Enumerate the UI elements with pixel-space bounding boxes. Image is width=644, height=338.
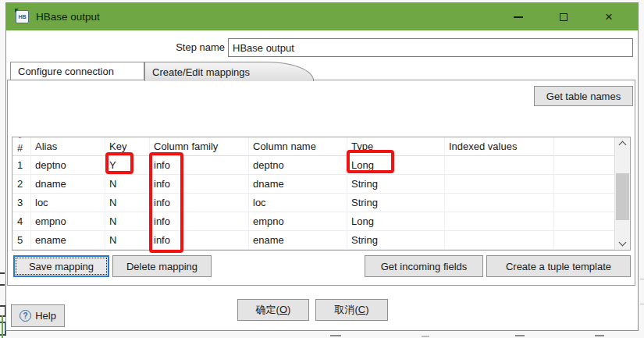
title-bar[interactable]: HB HBase output × [6,3,638,30]
tab-configure-connection[interactable]: Configure connection [10,62,144,80]
cell-alias[interactable]: loc [31,194,105,212]
cell-num: 3 [12,194,31,212]
cell-key[interactable]: N [105,212,150,231]
help-icon: ? [20,310,31,322]
get-table-names-label: Get table names [546,91,621,102]
create-tuple-template-label: Create a tuple template [506,261,611,272]
scrollbar-down-button[interactable] [615,237,630,250]
cancel-label: 取消(C) [334,303,368,317]
background-mark [422,336,429,337]
background-mark [330,335,341,336]
table-scrollbar[interactable] [614,137,630,250]
table-row: 2 dname N info dname String [12,175,630,194]
column-header-type[interactable]: Type [347,137,445,156]
get-incoming-fields-button[interactable]: Get incoming fields [365,255,483,277]
maximize-icon [560,13,568,21]
cell-indexed-values[interactable] [445,231,554,250]
close-button[interactable]: × [586,3,632,30]
cell-key[interactable]: N [105,175,150,194]
cell-type[interactable]: Long [347,212,445,231]
minimize-icon [514,16,523,18]
delete-mapping-label: Delete mapping [126,261,197,272]
get-incoming-fields-label: Get incoming fields [381,261,468,272]
delete-mapping-button[interactable]: Delete mapping [112,255,212,277]
cell-column-family[interactable]: info [150,156,249,175]
table-row: 4 empno N info empno Long [12,212,630,231]
hbase-step-icon-corner [15,9,19,12]
step-name-label: Step name [53,41,225,53]
cancel-button[interactable]: 取消(C) [315,299,388,321]
column-header-column-name[interactable]: Column name [249,137,347,156]
scrollbar-thumb[interactable] [616,173,629,220]
tab-label: Create/Edit mappings [152,66,250,78]
column-header-indexed-values[interactable]: Indexed values [445,137,554,156]
minimize-button[interactable] [496,3,541,30]
cell-column-name[interactable]: empno [249,212,347,231]
cell-key[interactable]: Y [105,156,150,175]
cell-column-name[interactable]: ename [249,231,347,250]
table-row: 1 deptno Y info deptno Long [12,156,630,175]
save-mapping-button[interactable]: Save mapping [13,255,109,277]
cell-column-name[interactable]: loc [249,194,347,212]
ok-button[interactable]: 确定(O) [237,299,309,321]
cell-column-name[interactable]: deptno [249,156,347,175]
column-header-alias[interactable]: Alias [31,137,105,156]
tab-label: Configure connection [18,66,114,77]
cell-alias[interactable]: ename [31,231,105,250]
background-window-edge [640,279,644,279]
cell-type[interactable]: String [347,231,445,250]
background-partial-icon [0,272,5,286]
hbase-step-icon-text: HB [18,14,26,20]
column-header-num[interactable]: ˆ # [12,137,31,156]
help-label: Help [35,310,56,322]
mapping-table: ˆ # Alias Key Column family Column name … [12,137,631,251]
chevron-up-icon [619,141,627,149]
table-header-row: ˆ # Alias Key Column family Column name … [12,137,630,156]
background-window-edge [640,304,644,304]
window-controls: × [496,3,638,30]
hbase-step-icon: HB [16,10,29,23]
cell-column-name[interactable]: dname [249,175,347,194]
table-row: 5 ename N info ename String [12,231,630,250]
close-icon: × [605,10,613,23]
background-mark [515,335,525,336]
cell-indexed-values[interactable] [445,156,554,175]
column-header-label: # [17,142,23,154]
maximize-button[interactable] [541,3,586,30]
cell-alias[interactable]: deptno [31,156,105,175]
cell-alias[interactable]: empno [31,212,105,231]
cell-indexed-values[interactable] [445,212,554,231]
create-tuple-template-button[interactable]: Create a tuple template [486,255,631,277]
background-mark [595,335,604,336]
cell-type[interactable]: String [347,175,445,194]
cell-type[interactable]: Long [347,156,445,175]
cell-column-family[interactable]: info [150,175,249,194]
step-name-input[interactable] [228,38,633,57]
table-row: 3 loc N info loc String [12,194,630,212]
cell-column-family[interactable]: info [150,231,249,250]
dialog-client-area: Step name Configure connection Create/Ed… [6,30,638,330]
background-window-edge [2,315,3,338]
cell-alias[interactable]: dname [31,175,105,194]
get-table-names-button[interactable]: Get table names [534,86,633,106]
cell-column-family[interactable]: info [150,212,249,231]
cell-num: 5 [12,231,31,250]
cell-key[interactable]: N [105,231,150,250]
cell-key[interactable]: N [105,194,150,212]
cell-num: 4 [12,212,31,231]
chevron-down-icon [619,239,627,247]
cell-indexed-values[interactable] [445,194,554,212]
ok-label: 确定(O) [256,303,291,317]
column-header-column-family[interactable]: Column family [150,137,249,156]
cell-indexed-values[interactable] [445,175,554,194]
cell-column-family[interactable]: info [150,194,249,212]
save-mapping-label: Save mapping [29,261,94,272]
cell-type[interactable]: String [347,194,445,212]
scrollbar-up-button[interactable] [615,137,630,150]
cell-num: 1 [12,156,31,175]
column-header-key[interactable]: Key [105,137,150,156]
tab-create-edit-mappings[interactable]: Create/Edit mappings [144,62,314,81]
hbase-output-dialog: HB HBase output × Step name Configure co… [5,2,639,331]
cell-num: 2 [12,175,31,194]
help-button[interactable]: ? Help [11,304,65,327]
